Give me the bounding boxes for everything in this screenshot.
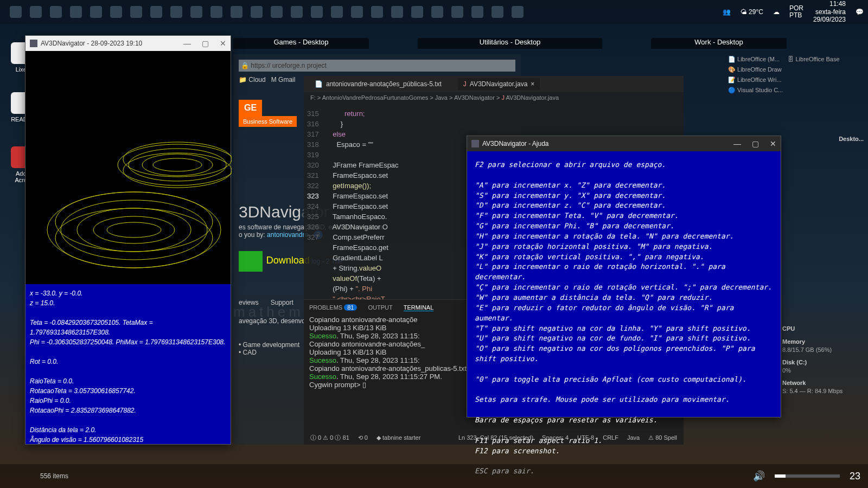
nav-3d-canvas[interactable] [25,51,231,284]
bookmark[interactable]: 📁 Cloud [239,76,266,84]
minimize-button[interactable]: — [733,139,741,148]
app-icon[interactable] [351,6,363,18]
sf-category[interactable]: Business Software [239,116,297,127]
app-icon [471,140,479,147]
app-icon[interactable] [110,6,122,18]
app-icon[interactable] [231,6,242,18]
weather[interactable]: 🌤 29°C [741,8,763,16]
svg-point-9 [93,216,175,243]
work-apps: 📄 LibreOffice (M... 🗄 LibreOffice Base 🎨… [728,54,864,95]
volume-icon[interactable]: 🔊 [753,470,765,482]
help-titlebar[interactable]: AV3DNavigator - Ajuda —▢✕ [467,136,781,151]
app-shortcut[interactable]: 🎨 LibreOffice Draw [728,65,864,75]
nav-titlebar[interactable]: AV3DNavigator - 28-09-2023 19:10 —▢✕ [25,36,231,51]
bottom-taskbar: 556 items 🔊 23 [0,464,868,488]
author-link[interactable]: antoniovandre [267,231,308,239]
problems-tab[interactable]: PROBLEMS 81 [309,304,357,311]
app-icon[interactable] [271,6,283,18]
app-icon[interactable] [10,6,22,18]
app-icon[interactable] [492,6,503,18]
meet-now-icon[interactable]: 👥 [723,8,731,16]
app-icon [30,40,37,47]
window-title: AV3DNavigator - Ajuda [482,140,549,147]
app-icon[interactable] [130,6,142,18]
app-icon[interactable] [391,6,403,18]
notifications-icon[interactable]: 💬 [856,8,864,16]
app-icon[interactable] [471,6,483,18]
volume-slider[interactable] [775,474,840,478]
app-icon[interactable] [90,6,102,18]
vsc-tabs: 📄 antoniovandre-anotações_públicas-5.txt… [304,76,684,92]
workspace-number[interactable]: 23 [850,471,860,482]
sf-tab[interactable]: Support [271,299,293,306]
close-icon[interactable]: × [531,80,534,88]
status-errs[interactable]: Ⓘ 0 ⚠ 0 Ⓘ 81 [310,434,349,442]
app-shortcut[interactable]: 📄 LibreOffice (M... 🗄 LibreOffice Base [728,54,864,65]
svg-point-10 [107,222,161,237]
breadcrumb[interactable]: F: > AntonioVandrePedrosaFurtunatoGomes … [304,92,684,103]
address-bar[interactable]: 🔒 https:// urceforge.n project [239,60,515,72]
app-icon[interactable] [331,6,343,18]
status-ports[interactable]: ⟲ 0 [358,434,368,441]
maximize-button[interactable]: ▢ [202,39,209,48]
app-icon[interactable] [190,6,202,18]
nav-status-panel: x = -33.0. y = -0.0. z = 15.0. Teta = -0… [25,284,231,444]
perf-widget: CPU Memory 8.8/15.7 GB (56%) Disk (C:) 0… [782,325,864,396]
top-taskbar: 👥 🌤 29°C ☁ PORPTB 11:48 sexta-feira 29/0… [0,0,868,24]
sf-tab[interactable]: eviews [239,299,259,306]
app-icon[interactable] [451,6,463,18]
svg-point-8 [77,208,191,252]
clock[interactable]: 11:48 sexta-feira 29/09/2023 [813,0,846,23]
window-title: AV3DNavigator - 28-09-2023 19:10 [41,40,142,47]
close-button[interactable]: ✕ [220,39,226,48]
bookmark[interactable]: M Gmail [271,76,296,84]
svg-point-7 [61,200,207,260]
onedrive-icon[interactable]: ☁ [773,8,780,16]
group-work[interactable]: Work - Desktop [651,38,787,49]
app-icon[interactable] [30,6,42,18]
app-icon[interactable] [70,6,82,18]
keyboard-layout[interactable]: PORPTB [789,5,803,19]
app-icon[interactable] [291,6,303,18]
app-icon[interactable] [210,6,222,18]
app-icon[interactable] [50,6,62,18]
av3dnavigator-help-window: AV3DNavigator - Ajuda —▢✕ F2 para seleci… [467,136,781,418]
close-button[interactable]: ✕ [770,139,776,148]
desktop-label: Deskto... [839,136,864,142]
app-icon[interactable] [411,6,423,18]
status-tabnine[interactable]: ◆ tabnine starter [376,434,420,441]
taskbar-apps [10,6,524,18]
help-text: F2 para selecionar e abrir arquivo de es… [467,151,781,485]
sf-logo: GE [239,100,262,116]
app-icon[interactable] [431,6,443,18]
app-shortcut[interactable]: 🔵 Visual Studio C... [728,85,864,95]
svg-point-6 [47,192,221,268]
app-icon[interactable] [150,6,162,18]
svg-point-3 [153,158,202,171]
app-icon[interactable] [371,6,383,18]
output-tab[interactable]: OUTPUT [368,304,392,311]
group-util[interactable]: Utilitários - Desktop [418,38,602,49]
app-icon[interactable] [251,6,263,18]
vsc-tab-active[interactable]: J AV3DNavigator.java × [458,78,540,90]
app-icon[interactable] [311,6,323,18]
app-icon[interactable] [170,6,182,18]
svg-point-11 [55,192,213,252]
download-button[interactable] [239,251,263,272]
app-shortcut[interactable]: 📝 LibreOffice Wri... [728,75,864,85]
svg-point-0 [118,144,232,185]
svg-point-1 [129,149,226,181]
app-icon[interactable] [512,6,524,18]
vsc-tab[interactable]: 📄 antoniovandre-anotações_públicas-5.txt [309,78,447,90]
group-games[interactable]: Games - Desktop [233,38,369,49]
terminal-tab[interactable]: TERMINAL [404,304,434,311]
svg-point-12 [55,208,213,268]
av3dnavigator-window: AV3DNavigator - 28-09-2023 19:10 —▢✕ x =… [25,35,231,445]
maximize-button[interactable]: ▢ [752,139,759,148]
file-count: 556 items [40,472,68,480]
minimize-button[interactable]: — [183,39,191,48]
